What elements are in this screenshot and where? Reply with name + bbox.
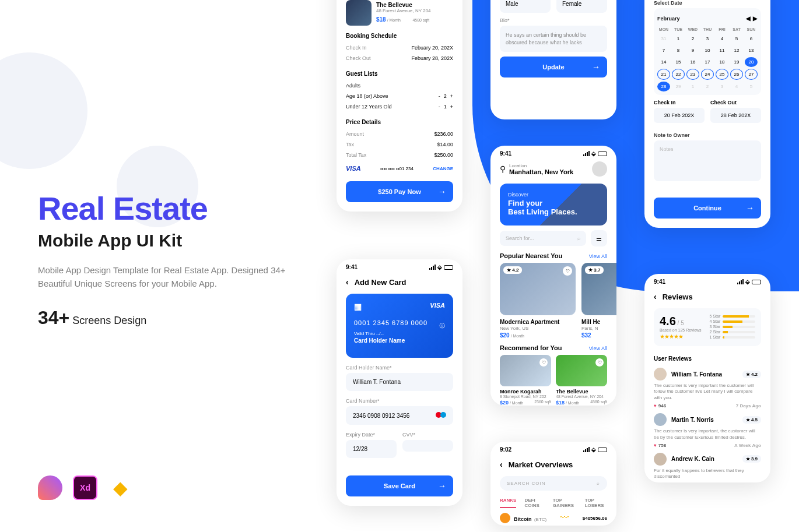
mastercard-icon (436, 412, 446, 419)
search-coin-input[interactable]: SEARCH COIN⌕ (500, 476, 607, 491)
check-out-label: Check Out (710, 100, 761, 105)
hero-subtitle: Mobile App UI Kit (38, 231, 295, 251)
review-date: 7 Days Ago (736, 403, 761, 408)
add-card-screen: 9:41⬙ ‹Add New Card ▦VISA ⦾ 0001 2345 67… (337, 259, 462, 506)
tool-icons-row: Xd ◆ (38, 475, 132, 500)
status-icons: ⬙ (737, 279, 761, 285)
rating-badge: ★ 4.2 (503, 266, 522, 274)
review-likes[interactable]: ♥758 (654, 443, 666, 448)
nearest-title: Popular Nearest You (500, 252, 562, 259)
tab-ranks[interactable]: RANKS (500, 498, 516, 508)
check-out-input[interactable]: 28 Feb 202X (710, 108, 761, 123)
location-value[interactable]: Manhattan, New York (509, 168, 573, 175)
cvv-label: CVV* (402, 427, 453, 440)
review-text: For it equally happens to believers that… (654, 468, 761, 480)
bio-label: Bio* (490, 13, 616, 26)
review-date: A Week Ago (734, 443, 761, 448)
pay-now-button[interactable]: $250 Pay Now→ (346, 181, 453, 202)
reviewer-name: William T. Fontana (671, 371, 722, 378)
visa-icon: VISA (346, 165, 361, 172)
gender-male-option[interactable]: Male (500, 0, 551, 13)
review-item: Andrew K. Cain★ 3.9 For it equally happe… (644, 450, 770, 482)
search-icon: ⌕ (577, 235, 580, 241)
card-number-input[interactable]: 2346 0908 0912 3456 (346, 406, 453, 425)
property-card[interactable]: ★ 4.2♡ Modernica Apartment New York, US … (500, 263, 576, 339)
hero-description: Mobile App Design Template for Real Esta… (38, 263, 295, 291)
back-icon[interactable]: ‹ (500, 460, 503, 469)
review-likes[interactable]: ♥946 (654, 403, 666, 408)
total-value: $250.00 (434, 152, 453, 158)
notes-textarea[interactable]: Notes (654, 140, 761, 181)
review-item: Martin T. Norris★ 4.5 The customer is ve… (644, 411, 770, 450)
rating-breakdown: 5 Star 4 Star 3 Star 2 Star 1 Star (710, 314, 755, 340)
sketch-icon: ◆ (108, 475, 132, 500)
heart-icon[interactable]: ♡ (539, 358, 548, 367)
calendar-grid[interactable]: 31123456 78910111213 14151617181920 2122… (657, 34, 758, 91)
holder-input[interactable]: William T. Fontana (346, 373, 453, 391)
minus-button[interactable]: - (439, 93, 440, 99)
tax-value: $14.00 (437, 142, 453, 147)
user-reviews-title: User Reviews (644, 348, 770, 365)
figma-icon (38, 475, 62, 500)
screen-title: Reviews (663, 293, 693, 301)
view-all-link[interactable]: View All (589, 253, 607, 259)
rating-based-on: Based on 125 Reviews (660, 328, 702, 332)
continue-button[interactable]: Continue→ (654, 198, 761, 219)
bg-decoration (0, 52, 87, 169)
chip-icon: ▦ (354, 302, 362, 311)
tab-defi[interactable]: DEFI COINS (524, 498, 544, 508)
heart-icon: ♥ (654, 443, 657, 448)
property-card[interactable]: ♡ Monroe Kogarah 8 Stonepot Road, NY 202… (500, 355, 551, 406)
notes-label: Note to Owner (644, 128, 770, 140)
heart-icon[interactable]: ♡ (595, 358, 604, 367)
price-details-title: Price Details (337, 112, 462, 129)
plus-button[interactable]: + (450, 93, 453, 99)
card-number-preview: 0001 2345 6789 0000 (354, 319, 445, 326)
update-button[interactable]: Update→ (500, 57, 607, 77)
select-date-label: Select Date (644, 0, 770, 8)
minus-button[interactable]: - (439, 104, 440, 110)
screen-title: Market Overviews (509, 460, 573, 469)
property-card[interactable]: ♡ The Bellevue 48 Forest Avenue, NY 204 … (556, 355, 607, 406)
view-all-link[interactable]: View All (589, 346, 607, 351)
filter-button[interactable]: ⚌ (591, 230, 607, 246)
search-icon: ⌕ (597, 481, 600, 486)
discover-banner[interactable]: Discover Find your Best Living Places. (500, 184, 607, 226)
screen-title: Add New Card (355, 278, 406, 287)
adults-label: Adults (346, 83, 360, 89)
calendar-weekdays: MONTUEWEDTHUFRISATSUN (657, 25, 758, 34)
status-icons: ⬙ (583, 150, 607, 157)
status-time: 9:41 (346, 264, 358, 270)
screens-count: 34+ Screens Design (38, 307, 295, 329)
bio-textarea[interactable]: He says an certain thing should be obscu… (500, 26, 607, 52)
property-card[interactable]: ★ 3.7 Mill He Paris, N $32 (581, 263, 616, 339)
adobe-xd-icon: Xd (73, 475, 97, 500)
coin-row[interactable]: Bitcoin (BTC) 〰 $405656.06 (490, 510, 616, 526)
change-card-link[interactable]: CHANGE (433, 166, 453, 171)
back-icon[interactable]: ‹ (654, 292, 657, 301)
coin-value: $405656.06 (583, 516, 607, 521)
tab-losers[interactable]: TOP LOSERS (585, 498, 607, 508)
back-icon[interactable]: ‹ (346, 277, 349, 287)
cvv-input[interactable] (402, 440, 453, 452)
expiry-input[interactable]: 12/28 (346, 440, 397, 458)
gender-female-option[interactable]: Female (556, 0, 607, 13)
hero-title: Real Estate (38, 192, 295, 225)
search-input[interactable]: Search for...⌕ (500, 231, 586, 246)
location-pin-icon: ⚲ (500, 164, 506, 174)
total-label: Total Tax (346, 152, 366, 158)
arrow-right-icon: → (438, 481, 446, 491)
tab-gainers[interactable]: TOP GAINERS (553, 498, 577, 508)
user-avatar[interactable] (592, 161, 607, 177)
status-icons: ⬙ (429, 264, 453, 270)
check-in-label: Check In (346, 45, 367, 51)
profile-edit-screen: (+1) 443-829-0438 Gender* Male Female Bi… (490, 0, 616, 119)
under12-qty: 1 (444, 104, 447, 110)
heart-icon[interactable]: ♡ (563, 266, 572, 276)
check-in-input[interactable]: 20 Feb 202X (654, 108, 705, 123)
save-card-button[interactable]: Save Card→ (346, 475, 453, 496)
cal-prev-icon[interactable]: ◀ (746, 15, 751, 22)
review-text: The customer is very important, the cust… (654, 428, 761, 441)
plus-button[interactable]: + (450, 104, 453, 110)
cal-next-icon[interactable]: ▶ (753, 15, 758, 22)
